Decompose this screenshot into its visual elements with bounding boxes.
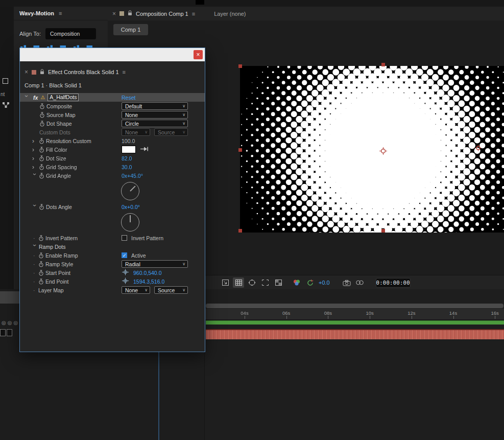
layer-anchor-point[interactable] bbox=[379, 147, 388, 156]
collapse-icon[interactable]: › bbox=[32, 244, 37, 249]
collapse-effect-icon[interactable]: › bbox=[24, 95, 29, 100]
property-value[interactable]: 100.0 bbox=[122, 138, 135, 144]
stopwatch-icon[interactable] bbox=[39, 155, 46, 161]
grid-options-icon[interactable] bbox=[220, 277, 231, 288]
property-label[interactable]: Layer Map bbox=[38, 287, 64, 293]
tab-composition[interactable]: Composition Comp 1 bbox=[136, 11, 188, 17]
collapse-icon[interactable]: › bbox=[32, 173, 37, 178]
stopwatch-icon[interactable] bbox=[39, 164, 46, 170]
align-to-dropdown[interactable]: Composition bbox=[45, 28, 96, 39]
group-label[interactable]: Ramp Dots bbox=[39, 244, 66, 250]
stopwatch-icon[interactable] bbox=[39, 204, 46, 210]
guides-grid-icon[interactable] bbox=[233, 277, 244, 288]
reset-effect-link[interactable]: Reset bbox=[122, 95, 135, 101]
expand-icon[interactable]: › bbox=[32, 156, 39, 161]
layer-map-layer-dropdown[interactable]: None ∨ bbox=[122, 286, 150, 294]
stopwatch-icon[interactable] bbox=[38, 279, 45, 285]
invert-pattern-checkbox[interactable] bbox=[122, 235, 127, 241]
property-label[interactable]: Dot Size bbox=[46, 155, 66, 161]
floating-window-titlebar[interactable]: × bbox=[20, 48, 205, 62]
stopwatch-icon[interactable] bbox=[39, 138, 46, 144]
mask-path-visibility-icon[interactable] bbox=[246, 277, 257, 288]
exposure-value[interactable]: +0.0 bbox=[319, 280, 330, 286]
property-label[interactable]: Enable Ramp bbox=[45, 252, 78, 259]
point-picker-icon[interactable] bbox=[122, 269, 129, 276]
property-label[interactable]: End Point bbox=[45, 279, 69, 285]
composite-dropdown[interactable]: Default ∨ bbox=[122, 102, 188, 110]
expand-icon[interactable]: › bbox=[32, 138, 39, 144]
property-label[interactable]: Composite bbox=[46, 103, 72, 109]
eyedropper-icon[interactable] bbox=[140, 146, 149, 153]
effect-header-row[interactable]: › fx ⚠ A_HalfDots Reset bbox=[20, 93, 205, 102]
timeline-scrollbar[interactable] bbox=[206, 304, 503, 308]
property-value[interactable]: 30.0 bbox=[122, 164, 132, 170]
timeline-switch-icons[interactable]: ◎◎◎ bbox=[2, 320, 19, 326]
custom-dots-layer-dropdown[interactable]: None ∨ bbox=[122, 128, 150, 136]
layer-handle-bottom-center[interactable] bbox=[381, 229, 385, 233]
ramp-style-dropdown[interactable]: Radial ∨ bbox=[122, 260, 188, 268]
property-value[interactable]: 0x+45.0° bbox=[122, 173, 143, 179]
property-label[interactable]: Start Point bbox=[45, 270, 70, 276]
comp-selector-button[interactable]: Comp 1 bbox=[113, 24, 148, 35]
show-snapshot-icon[interactable] bbox=[354, 277, 366, 288]
property-label[interactable]: Grid Spacing bbox=[46, 164, 77, 170]
source-map-dropdown[interactable]: None ∨ bbox=[122, 111, 188, 119]
grid-angle-dial[interactable] bbox=[121, 182, 139, 200]
composition-canvas-area[interactable] bbox=[240, 66, 504, 233]
dots-angle-dial[interactable] bbox=[121, 213, 139, 231]
region-of-interest-icon[interactable] bbox=[259, 277, 271, 288]
timecode-field[interactable]: 0:00:00:00 bbox=[376, 278, 411, 288]
stopwatch-icon[interactable] bbox=[39, 147, 46, 153]
dock-panel-icon[interactable] bbox=[3, 78, 8, 84]
property-value[interactable]: 0x+0.0° bbox=[122, 204, 140, 210]
stopwatch-icon[interactable] bbox=[38, 235, 45, 241]
transparency-grid-icon[interactable] bbox=[273, 277, 284, 288]
stopwatch-icon[interactable] bbox=[39, 112, 46, 118]
property-value[interactable]: 82.0 bbox=[122, 155, 132, 161]
show-channel-icon[interactable] bbox=[291, 277, 302, 288]
snapshot-icon[interactable] bbox=[341, 277, 352, 288]
layer-handle-bottom-left[interactable] bbox=[238, 229, 242, 233]
stopwatch-icon[interactable] bbox=[38, 261, 45, 267]
effects-presets-icon[interactable] bbox=[2, 102, 10, 109]
property-label[interactable]: Dot Shape bbox=[46, 121, 72, 127]
stopwatch-icon[interactable] bbox=[39, 121, 46, 127]
panel-menu-icon[interactable]: ≡ bbox=[123, 69, 126, 75]
layer-handle-mid-left[interactable] bbox=[238, 148, 242, 152]
layer-handle-top-center[interactable] bbox=[381, 63, 385, 66]
dot-shape-dropdown[interactable]: Circle ∨ bbox=[122, 120, 188, 127]
enable-ramp-checkbox[interactable]: ✓ bbox=[122, 252, 127, 258]
property-label[interactable]: Dots Angle bbox=[46, 204, 72, 210]
stopwatch-icon[interactable] bbox=[38, 252, 45, 259]
property-value[interactable]: 1594.3,516.0 bbox=[133, 279, 164, 285]
close-tab-icon[interactable]: × bbox=[25, 68, 28, 76]
stopwatch-icon[interactable] bbox=[39, 173, 46, 179]
layer-handle-top-left[interactable] bbox=[238, 64, 242, 68]
color-swatch[interactable] bbox=[122, 146, 136, 153]
expand-icon[interactable]: › bbox=[32, 165, 39, 170]
collapse-icon[interactable]: › bbox=[32, 204, 37, 210]
layer-map-source-dropdown[interactable]: Source ∨ bbox=[154, 286, 188, 294]
panel-title[interactable]: Wavy-Motion bbox=[19, 10, 54, 16]
property-label[interactable]: Ramp Style bbox=[45, 261, 73, 267]
panel-menu-icon[interactable]: ≡ bbox=[59, 10, 62, 16]
expand-icon[interactable]: › bbox=[32, 147, 39, 152]
layer-duration-bar[interactable] bbox=[206, 329, 504, 339]
point-picker-icon[interactable] bbox=[122, 277, 129, 285]
property-label[interactable]: Fill Color bbox=[46, 147, 67, 153]
panel-menu-icon[interactable]: ≡ bbox=[192, 11, 195, 17]
ramp-end-point-control[interactable] bbox=[475, 145, 482, 152]
property-label[interactable]: Grid Angle bbox=[46, 173, 71, 179]
property-label[interactable]: Resolution Custom bbox=[46, 138, 91, 144]
stopwatch-icon[interactable] bbox=[39, 103, 46, 109]
stopwatch-icon[interactable] bbox=[38, 270, 45, 276]
close-window-button[interactable]: × bbox=[194, 50, 203, 59]
close-tab-icon[interactable]: × bbox=[112, 10, 116, 17]
property-label[interactable]: Invert Pattern bbox=[45, 235, 78, 241]
property-value[interactable]: 960.0,540.0 bbox=[133, 270, 161, 276]
property-label[interactable]: Source Map bbox=[46, 112, 76, 118]
tab-layer[interactable]: Layer (none) bbox=[214, 11, 246, 17]
panel-splitter[interactable] bbox=[158, 352, 159, 440]
custom-dots-source-dropdown[interactable]: Source ∨ bbox=[154, 128, 188, 136]
time-ruler[interactable]: 04s06s08s10s12s14s16s bbox=[205, 309, 504, 320]
